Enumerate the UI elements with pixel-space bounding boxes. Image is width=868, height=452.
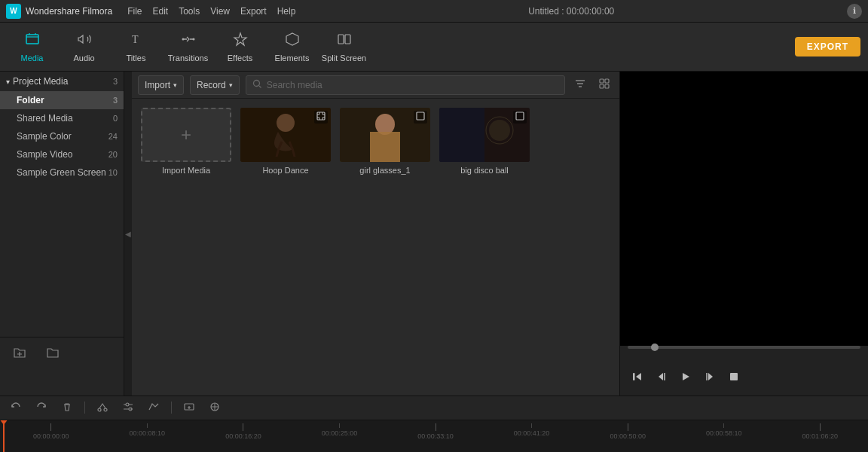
ruler-mark: 00:00:00:00 [3,423,99,440]
media-item-girl-glasses[interactable]: girl glasses_1 [340,108,430,175]
expand-icon-2 [414,111,427,124]
sidebar-sample-color-label: Sample Color [17,131,72,142]
main-toolbar: Media Audio T Titles [0,23,868,72]
toolbar-split-screen[interactable]: Split Screen [319,26,368,68]
export-button[interactable]: EXPORT [795,37,860,56]
import-media-label: Import Media [162,166,210,175]
menu-tools[interactable]: Tools [179,6,200,17]
folder-count: 3 [113,96,118,105]
toolbar-audio-label: Audio [73,53,94,63]
expand-icon-3 [513,111,527,124]
filter-button[interactable] [571,76,589,93]
svg-rect-9 [600,79,604,83]
toolbar-effects[interactable]: Effects [215,26,264,68]
content-toolbar: Import ▾ Record ▾ [132,72,619,99]
import-dropdown[interactable]: Import ▾ [138,75,184,95]
menu-view[interactable]: View [210,6,230,17]
cut-button[interactable] [93,399,112,417]
grid-view-button[interactable] [595,76,613,93]
svg-rect-12 [605,84,609,88]
disco-ball-label: big disco ball [460,166,509,175]
stop-button[interactable] [724,367,744,386]
preview-video [620,72,868,346]
split-screen-icon [337,32,352,50]
menu-file[interactable]: File [127,6,142,17]
step-forward-button[interactable] [700,367,720,386]
adjust-button[interactable] [118,399,138,417]
sidebar-project-media[interactable]: ▾ Project Media 3 [0,72,124,91]
add-folder-button[interactable] [9,344,30,365]
sidebar-sample-green-screen[interactable]: Sample Green Screen 10 [0,163,124,182]
sample-color-count: 24 [108,132,118,141]
preview-slider-handle[interactable] [651,344,659,351]
sidebar-folder[interactable]: Folder 3 [0,91,124,109]
ruler-marks: 00:00:00:0000:00:08:1000:00:16:2000:00:2… [0,423,868,440]
undo-button[interactable] [6,399,26,417]
app-name: Wondershare Filmora [26,6,112,17]
preview-slider[interactable] [628,346,860,349]
project-media-count: 3 [113,77,118,86]
folder-button[interactable] [42,344,63,365]
delete-button[interactable] [57,399,77,417]
toolbar-transitions[interactable]: Transitions [164,26,212,68]
import-media-item[interactable]: + Import Media [141,108,231,175]
svg-rect-0 [26,35,38,44]
record-dropdown[interactable]: Record ▾ [190,75,240,95]
search-icon [252,79,262,91]
timeline-area: 00:00:00:0000:00:08:1000:00:16:2000:00:2… [0,396,868,452]
step-back-button[interactable] [652,367,671,386]
toolbar-audio[interactable]: Audio [60,26,108,68]
girl-glasses-label: girl glasses_1 [359,166,410,175]
info-icon[interactable]: ℹ [847,4,862,19]
import-media-thumb[interactable]: + [141,108,231,162]
transitions-icon [181,32,196,50]
svg-point-33 [104,408,107,411]
menu-edit[interactable]: Edit [153,6,169,17]
svg-text:T: T [132,34,139,45]
toolbar-media[interactable]: Media [8,26,57,68]
sidebar-sample-green-screen-label: Sample Green Screen [17,167,106,178]
record-label: Record [197,80,226,90]
titlebar: W Wondershare Filmora File Edit Tools Vi… [0,0,868,23]
expand-icon [314,111,328,124]
toolbar-titles[interactable]: T Titles [112,26,160,68]
menu-export[interactable]: Export [240,6,267,17]
shared-media-count: 0 [113,114,118,123]
hoop-dance-label: Hoop Dance [262,166,308,175]
snap-button[interactable] [205,399,225,417]
playhead[interactable] [3,420,5,452]
media-item-disco-ball[interactable]: big disco ball [439,108,530,175]
sidebar-shared-media[interactable]: Shared Media 0 [0,109,124,127]
window-title: Untitled : 00:00:00:00 [295,6,847,17]
toolbar-elements-label: Elements [275,53,310,63]
sample-video-count: 20 [108,150,118,159]
girl-glasses-thumb[interactable] [340,108,430,162]
collapse-handle[interactable]: ◀ [124,72,132,396]
svg-rect-11 [600,84,604,88]
add-track-left-button[interactable] [179,399,199,417]
menu-help[interactable]: Help [277,6,296,17]
media-item-hoop-dance[interactable]: Hoop Dance [240,108,331,175]
sidebar-sample-color[interactable]: Sample Color 24 [0,127,124,145]
redo-button[interactable] [32,399,51,417]
media-grid: + Import Media [132,99,619,396]
toolbar-elements[interactable]: Elements [267,26,316,68]
media-icon [25,32,40,50]
effects-icon [233,32,248,50]
audio-icon [77,32,92,50]
ruler-mark: 00:00:58:10 [676,423,772,437]
ruler-mark: 00:00:16:20 [195,423,292,440]
timeline-ruler[interactable]: 00:00:00:0000:00:08:1000:00:16:2000:00:2… [0,420,868,452]
hoop-dance-thumb[interactable] [240,108,331,162]
search-input[interactable] [267,80,558,90]
svg-point-32 [98,408,101,411]
disco-ball-thumb[interactable] [439,108,530,162]
svg-rect-10 [605,79,609,83]
sidebar-sample-video[interactable]: Sample Video 20 [0,145,124,163]
play-button[interactable] [676,367,695,386]
plus-icon: + [181,126,191,144]
svg-point-2 [182,38,184,40]
skip-back-button[interactable] [628,367,647,386]
ruler-mark: 00:01:06:20 [772,423,869,440]
speed-button[interactable] [144,399,164,417]
